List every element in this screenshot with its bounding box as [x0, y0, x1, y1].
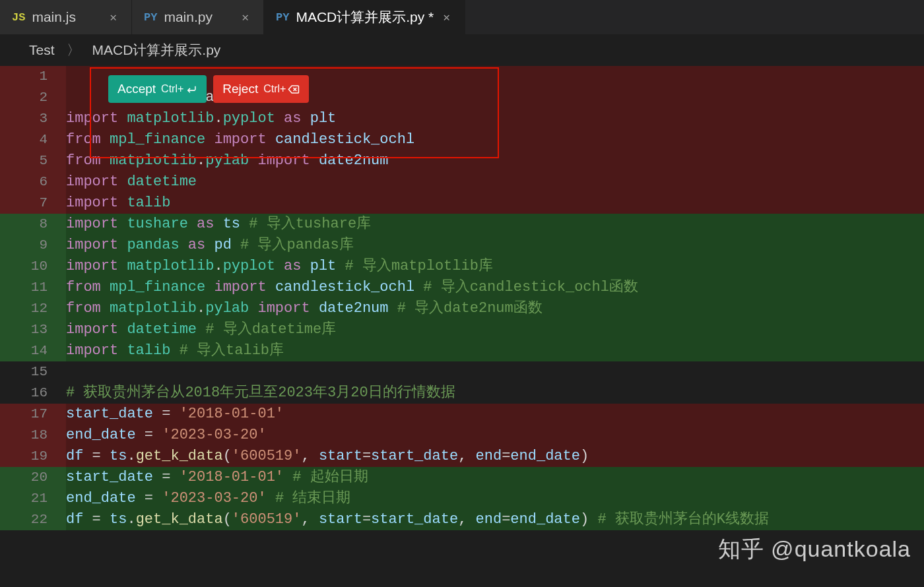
code-content[interactable]: import matplotlib.pyplot as plt # 导入matp… [66, 256, 924, 277]
breadcrumb-root[interactable]: Test [29, 42, 55, 58]
code-line[interactable]: 7import talib [0, 193, 924, 214]
accept-label: Accept [117, 82, 156, 96]
code-line[interactable]: 4from mpl_finance import candlestick_och… [0, 129, 924, 150]
code-line[interactable]: 8import tushare as ts # 导入tushare库 [0, 214, 924, 235]
code-line[interactable]: 15 [0, 361, 924, 383]
line-number: 8 [0, 214, 66, 235]
code-line[interactable]: 12from matplotlib.pylab import date2num … [0, 298, 924, 319]
code-line[interactable]: 6import datetime [0, 171, 924, 193]
line-number: 11 [0, 277, 66, 298]
code-content[interactable]: end_date = '2023-03-20' # 结束日期 [66, 488, 924, 509]
code-editor[interactable]: Accept Ctrl+ Reject Ctrl+ 12 a3import ma… [0, 66, 924, 530]
py-file-icon: PY [276, 11, 289, 24]
line-number: 18 [0, 425, 66, 446]
line-number: 13 [0, 319, 66, 340]
close-icon[interactable]: ✕ [239, 10, 251, 24]
tab-name: main.py [164, 9, 213, 25]
enter-key-icon [185, 83, 197, 96]
line-number: 12 [0, 298, 66, 319]
tab-2[interactable]: PYMACD计算并展示.py *✕ [264, 0, 465, 34]
code-content[interactable]: start_date = '2018-01-01' [66, 404, 924, 425]
code-content[interactable]: import talib # 导入talib库 [66, 340, 924, 361]
line-number: 20 [0, 467, 66, 488]
py-file-icon: PY [144, 11, 157, 24]
code-line[interactable]: 10import matplotlib.pyplot as plt # 导入ma… [0, 256, 924, 277]
line-number: 10 [0, 256, 66, 277]
close-icon[interactable]: ✕ [107, 10, 119, 24]
line-number: 5 [0, 150, 66, 171]
code-content[interactable]: import tushare as ts # 导入tushare库 [66, 214, 924, 235]
line-number: 2 [0, 87, 66, 108]
code-content[interactable]: df = ts.get_k_data('600519', start=start… [66, 446, 924, 467]
code-content[interactable]: start_date = '2018-01-01' # 起始日期 [66, 467, 924, 488]
tab-name: main.js [32, 9, 76, 25]
code-line[interactable]: 13import datetime # 导入datetime库 [0, 319, 924, 340]
reject-shortcut: Ctrl+ [263, 83, 300, 96]
code-content[interactable]: import datetime [66, 171, 924, 193]
accept-button[interactable]: Accept Ctrl+ [108, 75, 207, 103]
breadcrumb: Test 〉 MACD计算并展示.py [0, 34, 924, 66]
js-file-icon: JS [12, 11, 25, 24]
code-content[interactable]: from matplotlib.pylab import date2num # … [66, 298, 924, 319]
line-number: 4 [0, 129, 66, 150]
diff-action-bar: Accept Ctrl+ Reject Ctrl+ [108, 75, 309, 103]
code-line[interactable]: 11from mpl_finance import candlestick_oc… [0, 277, 924, 298]
line-number: 16 [0, 383, 66, 404]
line-number: 9 [0, 235, 66, 256]
code-content[interactable]: import talib [66, 193, 924, 214]
backspace-key-icon [287, 83, 300, 96]
code-line[interactable]: 14import talib # 导入talib库 [0, 340, 924, 361]
breadcrumb-file[interactable]: MACD计算并展示.py [92, 41, 221, 59]
code-content[interactable]: import pandas as pd # 导入pandas库 [66, 235, 924, 256]
code-content[interactable]: df = ts.get_k_data('600519', start=start… [66, 509, 924, 530]
code-content[interactable]: import matplotlib.pyplot as plt [66, 108, 924, 129]
line-number: 21 [0, 488, 66, 509]
code-content[interactable]: from mpl_finance import candlestick_ochl… [66, 277, 924, 298]
line-number: 6 [0, 171, 66, 193]
code-content[interactable]: import datetime # 导入datetime库 [66, 319, 924, 340]
code-line[interactable]: 19df = ts.get_k_data('600519', start=sta… [0, 446, 924, 467]
watermark: 知乎 @quantkoala [718, 534, 911, 565]
tab-bar: JSmain.js✕PYmain.py✕PYMACD计算并展示.py *✕ [0, 0, 924, 34]
tab-0[interactable]: JSmain.js✕ [0, 0, 132, 34]
tab-1[interactable]: PYmain.py✕ [132, 0, 264, 34]
code-line[interactable]: 17start_date = '2018-01-01' [0, 404, 924, 425]
code-line[interactable]: 16# 获取贵州茅台从2018年元旦至2023年3月20日的行情数据 [0, 383, 924, 404]
code-line[interactable]: 20start_date = '2018-01-01' # 起始日期 [0, 467, 924, 488]
code-content[interactable]: end_date = '2023-03-20' [66, 425, 924, 446]
code-line[interactable]: 5from matplotlib.pylab import date2num [0, 150, 924, 171]
reject-label: Reject [222, 82, 258, 96]
line-number: 19 [0, 446, 66, 467]
code-line[interactable]: 21end_date = '2023-03-20' # 结束日期 [0, 488, 924, 509]
line-number: 7 [0, 193, 66, 214]
code-content[interactable]: from mpl_finance import candlestick_ochl [66, 129, 924, 150]
line-number: 17 [0, 404, 66, 425]
line-number: 3 [0, 108, 66, 129]
line-number: 15 [0, 361, 66, 383]
code-line[interactable]: 3import matplotlib.pyplot as plt [0, 108, 924, 129]
accept-shortcut: Ctrl+ [161, 83, 197, 96]
line-number: 1 [0, 66, 66, 87]
code-line[interactable]: 22df = ts.get_k_data('600519', start=sta… [0, 509, 924, 530]
tab-name: MACD计算并展示.py * [296, 8, 434, 26]
line-number: 14 [0, 340, 66, 361]
code-content[interactable]: # 获取贵州茅台从2018年元旦至2023年3月20日的行情数据 [66, 383, 924, 404]
code-line[interactable]: 18end_date = '2023-03-20' [0, 425, 924, 446]
line-number: 22 [0, 509, 66, 530]
reject-button[interactable]: Reject Ctrl+ [213, 75, 309, 103]
code-line[interactable]: 9import pandas as pd # 导入pandas库 [0, 235, 924, 256]
close-icon[interactable]: ✕ [440, 10, 453, 24]
breadcrumb-separator-icon: 〉 [67, 41, 81, 59]
code-content[interactable]: from matplotlib.pylab import date2num [66, 150, 924, 171]
